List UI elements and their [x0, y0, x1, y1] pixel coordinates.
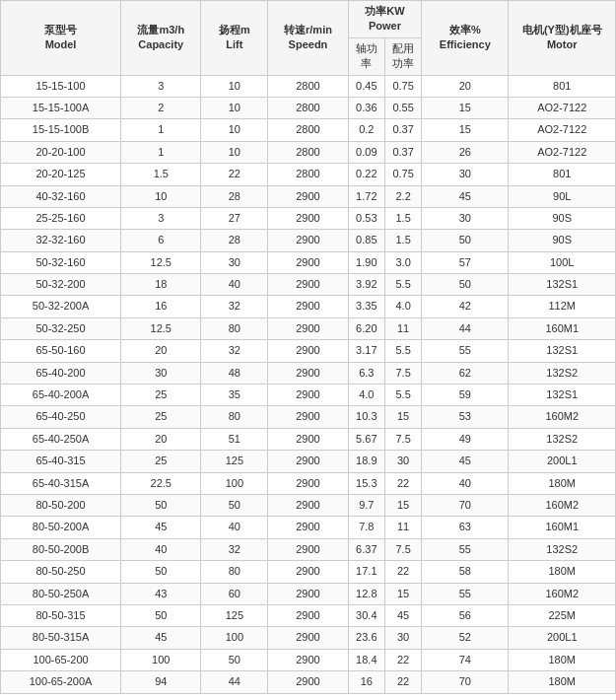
header-model: 泵型号 Model	[1, 1, 121, 76]
table-cell: AO2-7122	[509, 119, 616, 141]
table-cell: 2900	[268, 406, 348, 428]
table-cell: 3.0	[384, 251, 421, 273]
table-cell: 2	[121, 97, 201, 118]
table-cell: 2900	[268, 385, 348, 406]
table-cell: 32	[201, 340, 268, 362]
table-cell: 0.2	[348, 119, 384, 141]
table-body: 15-15-10031028000.450.752080115-15-100A2…	[1, 75, 616, 693]
table-cell: 225M	[509, 604, 616, 626]
table-row: 15-15-100B11028000.20.3715AO2-7122	[1, 119, 616, 141]
table-cell: 2900	[268, 538, 348, 560]
table-cell: 100	[121, 649, 201, 670]
table-cell: 801	[509, 75, 616, 97]
table-cell: 80-50-250	[1, 561, 121, 583]
table-cell: 2900	[268, 317, 348, 339]
table-cell: 1	[121, 141, 201, 163]
table-cell: 35	[201, 385, 268, 406]
table-cell: 59	[422, 385, 509, 406]
table-cell: 16	[121, 296, 201, 317]
table-cell: 15	[422, 119, 509, 141]
table-row: 65-40-200304829006.37.562132S2	[1, 362, 616, 384]
table-cell: 3.35	[348, 296, 384, 317]
header-shaft-power: 轴功率	[348, 37, 384, 75]
table-cell: 12.8	[348, 583, 384, 604]
table-cell: 132S2	[509, 362, 616, 384]
table-cell: AO2-7122	[509, 97, 616, 118]
table-cell: 1.5	[384, 230, 421, 251]
table-cell: 5.5	[384, 340, 421, 362]
table-cell: 4.0	[348, 385, 384, 406]
table-row: 50-32-200A163229003.354.042112M	[1, 296, 616, 317]
table-row: 80-50-31550125290030.44556225M	[1, 604, 616, 626]
table-row: 65-40-315A22.5100290015.32240180M	[1, 472, 616, 494]
table-cell: 2800	[268, 119, 348, 141]
table-row: 80-50-315A45100290023.63052200L1	[1, 627, 616, 649]
table-cell: 30	[384, 627, 421, 649]
table-cell: 10	[201, 119, 268, 141]
table-cell: 80	[201, 317, 268, 339]
table-row: 80-50-200A454029007.81163160M1	[1, 517, 616, 538]
table-cell: 7.5	[384, 428, 421, 450]
table-cell: 5.5	[384, 274, 421, 296]
table-cell: 23.6	[348, 627, 384, 649]
table-cell: 2900	[268, 472, 348, 494]
table-cell: 45	[384, 604, 421, 626]
table-row: 65-40-200A253529004.05.559132S1	[1, 385, 616, 406]
table-cell: 180M	[509, 472, 616, 494]
table-cell: 42	[422, 296, 509, 317]
table-cell: 50	[422, 230, 509, 251]
table-cell: 25	[121, 406, 201, 428]
table-cell: 20	[121, 428, 201, 450]
table-row: 65-50-160203229003.175.555132S1	[1, 340, 616, 362]
table-cell: 50-32-160	[1, 251, 121, 273]
table-cell: 22	[384, 561, 421, 583]
table-cell: 2900	[268, 274, 348, 296]
table-cell: 50-32-200A	[1, 296, 121, 317]
table-cell: 160M2	[509, 406, 616, 428]
table-cell: 0.75	[384, 164, 421, 185]
table-cell: 200L1	[509, 451, 616, 472]
table-cell: 5.67	[348, 428, 384, 450]
table-cell: 3.92	[348, 274, 384, 296]
table-cell: 6.3	[348, 362, 384, 384]
table-cell: 20	[121, 340, 201, 362]
table-cell: 2900	[268, 561, 348, 583]
table-cell: 58	[422, 561, 509, 583]
table-cell: 2900	[268, 362, 348, 384]
table-cell: 2900	[268, 340, 348, 362]
table-cell: 30	[422, 207, 509, 229]
table-cell: 7.8	[348, 517, 384, 538]
table-cell: 2900	[268, 185, 348, 207]
table-cell: 80-50-200	[1, 494, 121, 516]
pump-table-container: 泵型号 Model 流量m3/h Capacity 扬程m Lift 转速r/m…	[0, 0, 616, 694]
table-cell: 2900	[268, 494, 348, 516]
table-cell: 10	[201, 97, 268, 118]
table-cell: 18.9	[348, 451, 384, 472]
table-cell: 55	[422, 583, 509, 604]
table-cell: 6.20	[348, 317, 384, 339]
table-cell: AO2-7122	[509, 141, 616, 163]
table-row: 50-32-25012.58029006.201144160M1	[1, 317, 616, 339]
header-speed: 转速r/min Speedn	[268, 1, 348, 76]
table-cell: 100-65-200	[1, 649, 121, 670]
table-cell: 27	[201, 207, 268, 229]
table-cell: 80	[201, 406, 268, 428]
table-cell: 160M2	[509, 494, 616, 516]
table-cell: 18.4	[348, 649, 384, 670]
table-cell: 65-40-315A	[1, 472, 121, 494]
header-efficiency: 效率% Efficiency	[422, 1, 509, 76]
table-cell: 30	[201, 251, 268, 273]
table-cell: 10	[201, 141, 268, 163]
table-row: 100-65-200A94442900162270180M	[1, 671, 616, 693]
table-cell: 20-20-125	[1, 164, 121, 185]
table-cell: 801	[509, 164, 616, 185]
table-cell: 7.5	[384, 538, 421, 560]
table-cell: 2900	[268, 451, 348, 472]
table-cell: 0.36	[348, 97, 384, 118]
table-cell: 40-32-160	[1, 185, 121, 207]
table-cell: 44	[422, 317, 509, 339]
table-cell: 18	[121, 274, 201, 296]
table-cell: 30	[422, 164, 509, 185]
table-cell: 5.5	[384, 385, 421, 406]
table-cell: 70	[422, 671, 509, 693]
